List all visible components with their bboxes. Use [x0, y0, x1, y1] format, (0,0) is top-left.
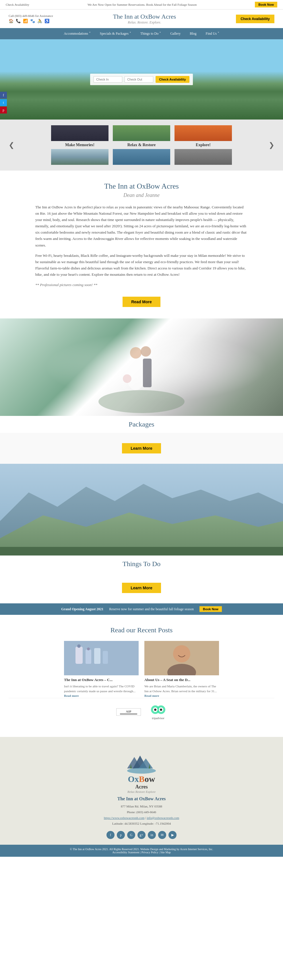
read-more-button[interactable]: Read More: [123, 297, 160, 307]
carousel-prev-button[interactable]: ❮: [9, 141, 14, 149]
svg-rect-2: [143, 359, 152, 387]
footer-email-btn[interactable]: ✉: [158, 831, 166, 839]
svg-point-25: [160, 708, 162, 711]
footer-coordinates: Latitude: 44.5830352 Longitude: -71.1942…: [9, 821, 274, 827]
footer-facebook-btn[interactable]: f: [107, 831, 115, 839]
footer-logo: OxBow Acres Relax Restore Explore: [9, 748, 274, 794]
top-bar: Check Availability We Are Now Open for S…: [0, 0, 283, 10]
packages-overlay: Packages: [0, 416, 283, 433]
hero-availability-form: Check Availability: [90, 74, 193, 85]
blog-posts-container: The Inn at OxBow Acres – C... Isn't it l…: [9, 641, 274, 698]
grand-opening-text: Reserve now for summer and the beautiful…: [109, 607, 194, 611]
footer-links: Accessibility Statement | Privacy Policy…: [112, 851, 171, 854]
svg-rect-14: [103, 651, 108, 664]
nav-things-to-do[interactable]: Things to Do ˅: [136, 28, 166, 39]
footer: OxBow Acres Relax Restore Explore The In…: [0, 737, 283, 845]
svg-rect-11: [75, 647, 83, 664]
blog-post-1-image: [64, 641, 139, 675]
about-section: The Inn at OxBow Acres Dean and Jeanne T…: [30, 170, 253, 318]
svg-point-0: [98, 390, 185, 413]
svg-point-3: [130, 347, 142, 359]
card-image-top-1: [51, 125, 109, 141]
header: Call (603) 449-6646 for Assistance 🏠 📞 📶…: [0, 10, 283, 28]
card-label-2: Relax & Restore: [113, 143, 170, 147]
blog-section: Read our Recent Posts The Inn at OxBow A…: [0, 615, 283, 737]
svg-point-16: [87, 648, 90, 651]
bike-icon: 🚴: [37, 19, 42, 24]
footer-email-link[interactable]: info@oxbowacresnh.com: [147, 816, 179, 819]
footer-website-link[interactable]: https://www.oxbowacresnh.com: [104, 816, 145, 819]
footer-pinterest-btn[interactable]: p: [117, 831, 125, 839]
main-nav: Accommodations ˅ Specials & Packages ˅ T…: [0, 28, 283, 39]
footer-instagram-btn[interactable]: in: [148, 831, 156, 839]
card-label-1: Make Memories!: [51, 143, 109, 147]
things-title: Things To Do: [5, 560, 278, 568]
packages-learn-more-button[interactable]: Learn More: [122, 443, 161, 453]
footer-googleplus-btn[interactable]: g+: [138, 831, 145, 839]
nav-find-us[interactable]: Find Us ˅: [201, 28, 224, 39]
card-label-3: Explore!: [174, 143, 232, 147]
wedding-section: Packages: [0, 318, 283, 433]
carousel-next-button[interactable]: ❯: [269, 141, 274, 149]
things-section: Things To Do: [0, 464, 283, 573]
footer-social-links: f p G g+ in ✉ ▶: [9, 831, 274, 839]
hotel-name: The Inn at OxBow Acres: [113, 13, 176, 20]
pinterest-sidebar-btn[interactable]: p: [0, 107, 7, 113]
nav-specials-packages[interactable]: Specials & Packages ˅: [95, 28, 136, 39]
pet-icon: 🐾: [30, 19, 35, 24]
things-learn-section: Learn More: [0, 573, 283, 603]
checkin-input[interactable]: [94, 76, 122, 83]
card-image-bottom-3: [174, 149, 232, 165]
svg-rect-10: [64, 641, 139, 675]
book-now-topbar-button[interactable]: Book Now: [255, 2, 277, 8]
svg-rect-9: [0, 547, 283, 555]
footer-copyright: © The Inn at OxBow Acres 2021. All Right…: [70, 848, 213, 851]
blog-post-2-read-more[interactable]: Read more: [144, 694, 159, 697]
footer-youtube-btn[interactable]: ▶: [168, 831, 176, 839]
about-paragraph-1: The Inn at OxBow Acres is the perfect pl…: [35, 204, 248, 248]
blog-section-title: Read our Recent Posts: [9, 626, 274, 634]
wifi-icon: 📶: [23, 19, 28, 24]
card-image-bottom-2: [113, 149, 170, 165]
twitter-sidebar-btn[interactable]: t: [0, 99, 7, 106]
svg-point-24: [154, 708, 157, 711]
wedding-image: [0, 318, 283, 416]
nav-blog[interactable]: Blog: [185, 28, 201, 39]
svg-rect-12: [86, 649, 91, 664]
feature-card-explore: Explore!: [174, 125, 232, 165]
things-learn-more-button[interactable]: Learn More: [122, 583, 161, 593]
feature-section: ❮ Make Memories! Relax & Restore Explore…: [0, 119, 283, 170]
tripadvisor-badge: tripadvisor: [150, 704, 167, 720]
footer-address: 877 Milan Rd. Milan, NY 03588: [9, 804, 274, 810]
check-avail-link[interactable]: Check Availability: [6, 3, 29, 6]
phone-icon: 📞: [16, 19, 21, 24]
checkout-input[interactable]: [125, 76, 153, 83]
tagline: Relax. Restore. Explore.: [113, 20, 176, 25]
blog-post-1-excerpt: Isn't it liberating to be able to travel…: [64, 684, 139, 694]
hero-check-availability-button[interactable]: Check Availability: [155, 76, 189, 83]
grand-opening-book-button[interactable]: Book Now: [200, 606, 222, 612]
nav-gallery[interactable]: Gallery: [166, 28, 185, 39]
blog-post-1-read-more[interactable]: Read more: [64, 694, 78, 697]
svg-point-1: [126, 356, 146, 390]
check-availability-header-button[interactable]: Check Availability: [236, 14, 274, 23]
about-paragraph-2: Free Wi-Fi, hearty breakfasts, Black Rif…: [35, 253, 248, 278]
card-image-top-2: [113, 125, 170, 141]
packages-learn-section: Learn More: [0, 433, 283, 464]
footer-google-btn[interactable]: G: [127, 831, 135, 839]
feature-card-memories: Make Memories!: [51, 125, 109, 165]
nav-accommodations[interactable]: Accommodations ˅: [59, 28, 95, 39]
packages-title: Packages: [5, 420, 278, 428]
svg-point-5: [123, 374, 131, 383]
svg-rect-13: [94, 648, 101, 664]
facebook-sidebar-btn[interactable]: f: [0, 92, 7, 99]
announcement-text: We Are Now Open for Summer Reservations.…: [88, 3, 197, 6]
blog-post-2-image: [144, 641, 219, 675]
owners-name: Dean and Jeanne: [35, 192, 248, 198]
blog-post-2-title: About Us – A Seat on the D...: [144, 678, 219, 682]
blog-post-2: About Us – A Seat on the D... We are Bri…: [144, 641, 219, 698]
footer-bottom: © The Inn at OxBow Acres 2021. All Right…: [0, 845, 283, 857]
card-image-top-3: [174, 125, 232, 141]
card-image-bottom-1: [51, 149, 109, 165]
home-icon: 🏠: [9, 19, 13, 24]
